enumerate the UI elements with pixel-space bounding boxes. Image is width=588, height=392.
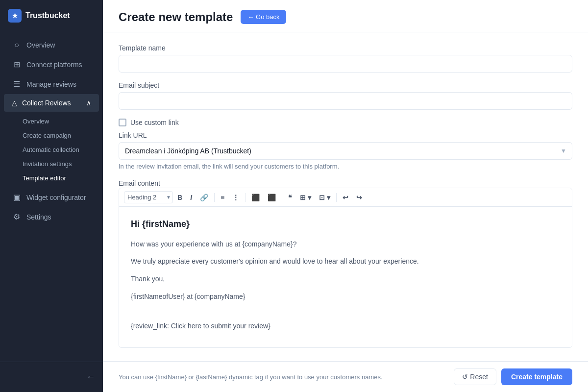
blockquote-button[interactable]: ❝ (285, 192, 295, 203)
sidebar-item-connect-platforms[interactable]: ⊞ Connect platforms (4, 55, 99, 74)
sidebar-item-settings[interactable]: ⚙ Settings (4, 207, 99, 226)
link-url-hint: In the review invitation email, the link… (119, 163, 572, 170)
sidebar-item-overview[interactable]: ○ Overview (4, 36, 99, 54)
sidebar-item-label: Widget configurator (26, 194, 86, 201)
sidebar-item-collect-reviews[interactable]: △ Collect Reviews ∧ (4, 94, 99, 112)
toolbar-divider-2 (245, 193, 245, 202)
heading-select[interactable]: Heading 2 Heading 1 Heading 3 Normal (124, 191, 173, 203)
sidebar-item-label: Settings (26, 213, 51, 221)
sidebar-item-widget-configurator[interactable]: ▣ Widget configurator (4, 188, 99, 207)
table-button[interactable]: ⊞ ▾ (296, 192, 315, 203)
reset-button[interactable]: ↺ Reset (454, 368, 496, 385)
sidebar-sub-item-cr-invite[interactable]: Invitation settings (0, 157, 103, 171)
redo-button[interactable]: ↪ (353, 192, 366, 203)
align-right-button[interactable]: ⬛ (264, 192, 279, 203)
custom-link-checkbox[interactable] (119, 119, 126, 126)
editor-toolbar: Heading 2 Heading 1 Heading 3 Normal ▼ B… (119, 188, 572, 207)
chevron-up-icon: ∧ (86, 99, 91, 107)
link-url-select[interactable]: Dreamclean i Jönköping AB (Trustbucket) (119, 142, 572, 160)
brand-name: Trustbucket (25, 11, 70, 20)
manage-icon: ☰ (12, 79, 22, 89)
page-header: Create new template ← Go back (103, 0, 588, 32)
toolbar-divider-4 (336, 193, 337, 202)
template-name-label: Template name (119, 44, 572, 52)
email-review-link: {review_link: Click here to submit your … (131, 320, 560, 332)
ordered-list-button[interactable]: ⋮ (229, 192, 243, 203)
email-subject-group: Email subject (119, 81, 572, 110)
link-url-group: Link URL Dreamclean i Jönköping AB (Trus… (119, 131, 572, 170)
toolbar-divider-1 (214, 193, 215, 202)
custom-link-row: Use custom link (119, 119, 572, 126)
create-template-button[interactable]: Create template (501, 368, 572, 385)
email-greeting: Hi {firstName} (131, 217, 560, 232)
footer-actions: ↺ Reset Create template (454, 368, 572, 385)
email-line1: How was your experience with us at {comp… (131, 239, 560, 250)
email-sign-off: Thank you, (131, 273, 560, 285)
main-nav: ○ Overview ⊞ Connect platforms ☰ Manage … (0, 31, 103, 362)
sidebar-sub-item-cr-create[interactable]: Create campaign (0, 128, 103, 143)
main-content: Create new template ← Go back Template n… (103, 0, 588, 392)
bold-button[interactable]: B (174, 192, 186, 203)
sidebar-sub-item-cr-template[interactable]: Template editor (0, 171, 103, 185)
logo-icon: ★ (8, 9, 22, 23)
bullet-list-button[interactable]: ≡ (217, 192, 228, 203)
email-editor: Heading 2 Heading 1 Heading 3 Normal ▼ B… (119, 188, 572, 348)
sidebar-sub-item-cr-auto[interactable]: Automatic collection (0, 143, 103, 157)
sidebar-item-label: Overview (26, 41, 55, 49)
email-subject-label: Email subject (119, 81, 572, 89)
link-url-label: Link URL (119, 131, 572, 139)
email-content-group: Email content Heading 2 Heading 1 Headin… (119, 179, 572, 348)
link-button[interactable]: 🔗 (196, 192, 212, 203)
image-button[interactable]: ⊡ ▾ (316, 192, 334, 203)
connect-icon: ⊞ (12, 60, 22, 69)
undo-button[interactable]: ↩ (339, 192, 352, 203)
editor-body[interactable]: Hi {firstName} How was your experience w… (119, 207, 572, 347)
page-title: Create new template (119, 10, 233, 24)
sidebar-collapse-button[interactable]: ← (8, 368, 95, 386)
sidebar-sub-item-cr-overview[interactable]: Overview (0, 114, 103, 128)
link-url-select-wrapper: Dreamclean i Jönköping AB (Trustbucket) … (119, 142, 572, 160)
main-body: Template name Email subject Use custom l… (103, 32, 588, 361)
template-name-group: Template name (119, 44, 572, 73)
toolbar-divider-3 (282, 193, 282, 202)
email-signature: {firstNameofUser} at {companyName} (131, 291, 560, 303)
collect-reviews-sub-nav: Overview Create campaign Automatic colle… (0, 112, 103, 187)
email-content-label: Email content (119, 179, 160, 187)
sidebar-item-label: Connect platforms (26, 61, 82, 69)
italic-button[interactable]: I (187, 192, 196, 203)
sidebar-item-label: Collect Reviews (22, 99, 71, 107)
sidebar-item-label: Manage reviews (26, 80, 76, 88)
app-logo: ★ Trustbucket (0, 0, 103, 31)
collect-icon: △ (12, 99, 17, 107)
sidebar: ★ Trustbucket ○ Overview ⊞ Connect platf… (0, 0, 103, 392)
custom-link-label: Use custom link (130, 119, 179, 126)
align-left-button[interactable]: ⬛ (248, 192, 263, 203)
page-footer: You can use {firstName} or {lastName} dy… (103, 361, 588, 392)
email-subject-input[interactable] (119, 92, 572, 110)
sidebar-bottom: ← (0, 362, 103, 392)
settings-icon: ⚙ (12, 212, 22, 221)
widget-icon: ▣ (12, 193, 22, 202)
template-name-input[interactable] (119, 55, 572, 73)
email-line2: We truly appreciate every customer's opi… (131, 256, 560, 268)
overview-icon: ○ (12, 41, 22, 49)
go-back-button[interactable]: ← Go back (241, 10, 286, 24)
sidebar-item-manage-reviews[interactable]: ☰ Manage reviews (4, 74, 99, 94)
footer-hint: You can use {firstName} or {lastName} dy… (119, 373, 383, 381)
